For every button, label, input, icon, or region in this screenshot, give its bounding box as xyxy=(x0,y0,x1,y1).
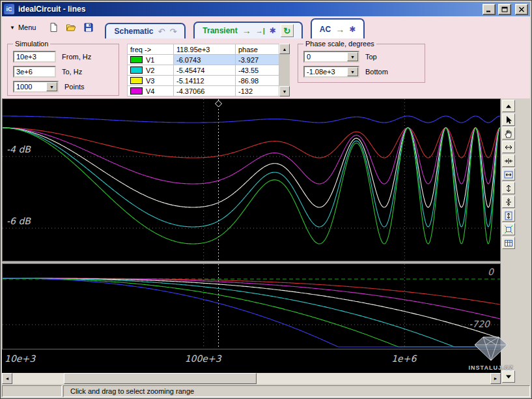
close-icon xyxy=(518,7,525,12)
trace-name-cell[interactable]: V3 xyxy=(128,76,174,86)
x-axis-tick-label: 1e+6 xyxy=(391,353,416,364)
new-document-button[interactable] xyxy=(48,22,59,33)
h-scale-button[interactable] xyxy=(502,141,515,153)
trace-phase-value[interactable]: -132 xyxy=(236,86,279,96)
phase-top-value: 0 xyxy=(305,52,347,61)
close-button[interactable] xyxy=(515,4,528,15)
open-file-button[interactable] xyxy=(65,22,77,33)
rerun-icon: ↻ xyxy=(283,26,290,36)
horizontal-scrollbar[interactable]: ◄ ► xyxy=(2,373,501,384)
app-window: iC idealCircuit - lines ▼ Menu xyxy=(0,0,532,399)
h-fit-button[interactable] xyxy=(502,168,515,181)
trace-table-scrollbar[interactable]: ▲ ▼ xyxy=(279,44,290,96)
pan-tool-button[interactable] xyxy=(502,127,515,140)
plot-toolbar xyxy=(501,98,516,384)
window-title: idealCircuit - lines xyxy=(17,5,480,14)
trace-row[interactable]: V2-5.45474-43.55 xyxy=(128,65,279,76)
v-scale-button[interactable] xyxy=(502,182,515,194)
run-to-bar-icon[interactable]: →| xyxy=(256,27,265,35)
trace-row[interactable]: V3-5.14112-86.98 xyxy=(128,76,279,86)
pointer-tool-button[interactable] xyxy=(502,113,515,126)
tab-schematic[interactable]: Schematic ↶ ↷ xyxy=(105,23,186,38)
x-axis-tick-label: 10e+3 xyxy=(5,353,35,364)
trace-color-swatch xyxy=(130,77,143,84)
h-scale-icon xyxy=(504,143,513,152)
h-zoom-in-button[interactable] xyxy=(502,155,515,167)
hscroll-right-icon[interactable]: ► xyxy=(490,373,501,384)
phase-top-combo[interactable]: 0 ▼ xyxy=(303,51,359,63)
scroll-down-button[interactable] xyxy=(502,370,515,383)
trace-row[interactable]: V4-4.37066-132 xyxy=(128,86,279,96)
phase-plot[interactable]: 0-720 xyxy=(2,263,501,349)
trace-table: freq -> 118.95e+3 phase V1-6.0743-3.927V… xyxy=(127,44,279,96)
trace-magnitude-value[interactable]: -5.45474 xyxy=(174,65,236,76)
hscroll-track[interactable] xyxy=(12,373,490,384)
plot-region: -4 dB-6 dB 0-720 10e+3100e+31e+6 ◄ ► xyxy=(2,98,530,384)
marker-diamond[interactable] xyxy=(216,100,222,107)
trace-name: V1 xyxy=(146,56,154,64)
trace-table-button[interactable] xyxy=(502,237,515,249)
minimize-button[interactable] xyxy=(483,4,496,15)
to-hz-input[interactable] xyxy=(13,66,56,78)
save-file-button[interactable] xyxy=(83,22,94,33)
fit-all-button[interactable] xyxy=(502,223,515,235)
maximize-button[interactable] xyxy=(498,4,511,15)
x-axis-strip: 10e+3100e+31e+6 xyxy=(2,349,501,373)
trace-table-icon xyxy=(504,239,513,248)
tab-ac[interactable]: AC → ✱ xyxy=(311,18,365,38)
phase-bottom-dropdown-icon[interactable]: ▼ xyxy=(347,67,358,76)
trace-name-cell[interactable]: V2 xyxy=(128,65,174,76)
ac-run-arrow-icon[interactable]: → xyxy=(335,25,344,34)
magnitude-plot[interactable]: -4 dB-6 dB xyxy=(2,98,501,261)
to-hz-label: To, Hz xyxy=(62,68,82,76)
new-document-icon xyxy=(48,22,59,33)
v-fit-icon xyxy=(504,211,513,220)
trace-phase-value[interactable]: -3.927 xyxy=(236,55,279,65)
phase-top-label: Top xyxy=(365,53,377,61)
from-hz-label: From, Hz xyxy=(62,53,91,61)
phase-plot-canvas xyxy=(3,264,500,349)
v-zoom-in-icon xyxy=(504,198,513,207)
v-scale-icon xyxy=(504,184,513,193)
scroll-up-button[interactable] xyxy=(502,100,515,112)
fit-all-icon xyxy=(504,225,513,234)
phase-top-dropdown-icon[interactable]: ▼ xyxy=(347,52,358,61)
magnitude-plot-canvas xyxy=(3,99,500,261)
points-value: 1000 xyxy=(14,82,46,91)
from-hz-input[interactable] xyxy=(13,51,56,63)
table-scroll-up-icon[interactable]: ▲ xyxy=(279,44,290,54)
tab-ac-label: AC xyxy=(320,25,331,34)
table-scroll-down-icon[interactable]: ▼ xyxy=(279,86,290,96)
phase-bottom-combo[interactable]: -1.08e+3 ▼ xyxy=(303,66,359,78)
menu-label: Menu xyxy=(18,23,36,31)
trace-magnitude-value[interactable]: -6.0743 xyxy=(174,55,236,65)
points-combo[interactable]: 1000 ▼ xyxy=(13,81,59,93)
undo-icon[interactable]: ↶ xyxy=(158,27,165,36)
trace-name-cell[interactable]: V1 xyxy=(128,55,174,65)
header-freq-value: 118.95e+3 xyxy=(174,44,236,55)
hscroll-left-icon[interactable]: ◄ xyxy=(2,373,12,384)
menu-button[interactable]: ▼ Menu xyxy=(6,23,40,31)
trace-magnitude-value[interactable]: -4.37066 xyxy=(174,86,236,96)
redo-icon[interactable]: ↷ xyxy=(169,27,176,36)
phase-bottom-label: Bottom xyxy=(365,68,388,76)
rerun-button[interactable]: ↻ xyxy=(281,24,294,37)
trace-row[interactable]: V1-6.0743-3.927 xyxy=(128,55,279,65)
v-fit-button[interactable] xyxy=(502,209,515,222)
app-icon: iC xyxy=(4,4,14,14)
trace-name-cell[interactable]: V4 xyxy=(128,86,174,96)
points-dropdown-icon[interactable]: ▼ xyxy=(46,82,57,91)
header-phase: phase xyxy=(236,44,279,55)
hscroll-thumb[interactable] xyxy=(64,373,257,384)
scroll-up-icon xyxy=(504,102,513,111)
v-zoom-in-button[interactable] xyxy=(502,196,515,208)
run-arrow-icon[interactable]: → xyxy=(242,26,251,35)
trace-table-header-row: freq -> 118.95e+3 phase xyxy=(128,44,279,55)
trace-phase-value[interactable]: -86.98 xyxy=(236,76,279,86)
trace-magnitude-value[interactable]: -5.14112 xyxy=(174,76,236,86)
settings-asterisk-icon[interactable]: ✱ xyxy=(270,27,276,35)
tab-transient[interactable]: Transient → →| ✱ ↻ xyxy=(193,22,303,38)
title-bar[interactable]: iC idealCircuit - lines xyxy=(2,2,530,16)
trace-phase-value[interactable]: -43.55 xyxy=(236,65,279,76)
ac-settings-asterisk-icon[interactable]: ✱ xyxy=(349,25,356,33)
